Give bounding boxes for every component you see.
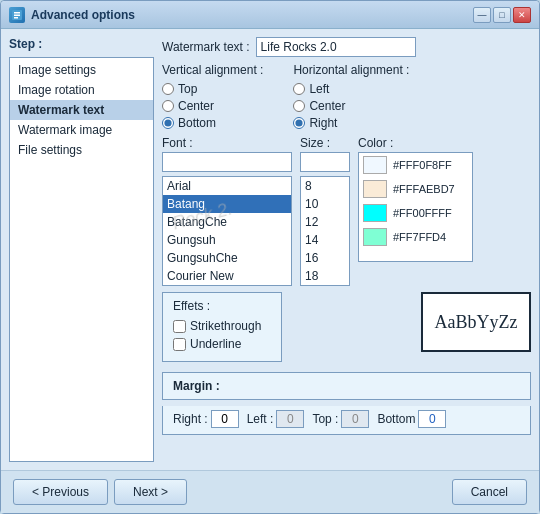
window: Advanced options — □ ✕ Step : Image sett… [0, 0, 540, 514]
sidebar-item-image-settings[interactable]: Image settings [10, 60, 153, 80]
next-button[interactable]: Next > [114, 479, 187, 505]
effects-label: Effets : [173, 299, 271, 313]
close-button[interactable]: ✕ [513, 7, 531, 23]
strikethrough-checkbox[interactable] [173, 320, 186, 333]
underline-checkbox[interactable] [173, 338, 186, 351]
strikethrough-checkbox-row[interactable]: Strikethrough [173, 319, 271, 333]
font-item-arial[interactable]: Arial [163, 177, 291, 195]
watermark-text-label: Watermark text : [162, 40, 250, 54]
radio-hcenter-input[interactable] [293, 100, 305, 112]
margin-right-label: Right : [173, 412, 208, 426]
radio-top-label: Top [178, 82, 197, 96]
font-item-gungsuhche[interactable]: GungsuhChe [163, 249, 291, 267]
radio-left-input[interactable] [293, 83, 305, 95]
main-panel: Watermark text : Vertical alignment : To… [162, 37, 531, 462]
font-item-daunpenh[interactable]: DaunPenh [163, 285, 291, 286]
size-label: Size : [300, 136, 350, 150]
radio-top-input[interactable] [162, 83, 174, 95]
underline-checkbox-row[interactable]: Underline [173, 337, 271, 351]
previous-button[interactable]: < Previous [13, 479, 108, 505]
svg-rect-1 [14, 12, 20, 14]
radio-left-label: Left [309, 82, 329, 96]
color-swatch-2 [363, 180, 387, 198]
watermark-text-row: Watermark text : [162, 37, 531, 57]
color-swatch-1 [363, 156, 387, 174]
radio-right[interactable]: Right [293, 116, 409, 130]
sidebar: Step : Image settings Image rotation Wat… [9, 37, 154, 462]
radio-left[interactable]: Left [293, 82, 409, 96]
size-item-12[interactable]: 12 [301, 213, 349, 231]
margin-right-input[interactable] [211, 410, 239, 428]
size-col: Size : 8 10 12 14 16 18 [300, 136, 350, 286]
margin-bottom-input[interactable] [418, 410, 446, 428]
margin-label: Margin : [173, 379, 220, 393]
color-text-4: #FF7FFD4 [393, 231, 446, 243]
maximize-button[interactable]: □ [493, 7, 511, 23]
radio-top[interactable]: Top [162, 82, 263, 96]
margin-top-label: Top : [312, 412, 338, 426]
color-swatch-3 [363, 204, 387, 222]
color-col: Color : #FFF0F8FF #FFFAEBD7 #FF00FFFF [358, 136, 531, 262]
color-list[interactable]: #FFF0F8FF #FFFAEBD7 #FF00FFFF #FF7F [358, 152, 473, 262]
window-icon [9, 7, 25, 23]
cancel-button[interactable]: Cancel [452, 479, 527, 505]
color-text-2: #FFFAEBD7 [393, 183, 455, 195]
minimize-button[interactable]: — [473, 7, 491, 23]
alignment-section: Vertical alignment : Top Center Bottom [162, 63, 531, 130]
size-list[interactable]: 8 10 12 14 16 18 [300, 176, 350, 286]
size-item-8[interactable]: 8 [301, 177, 349, 195]
margin-top-input[interactable] [341, 410, 369, 428]
vertical-alignment-label: Vertical alignment : [162, 63, 263, 77]
radio-bottom[interactable]: Bottom [162, 116, 263, 130]
sidebar-item-watermark-image[interactable]: Watermark image [10, 120, 153, 140]
font-item-batangche[interactable]: BatangChe [163, 213, 291, 231]
size-item-14[interactable]: 14 [301, 231, 349, 249]
radio-center[interactable]: Center [162, 99, 263, 113]
sidebar-item-image-rotation[interactable]: Image rotation [10, 80, 153, 100]
size-item-10[interactable]: 10 [301, 195, 349, 213]
margin-left-label: Left : [247, 412, 274, 426]
title-bar: Advanced options — □ ✕ [1, 1, 539, 29]
radio-bottom-input[interactable] [162, 117, 174, 129]
color-text-3: #FF00FFFF [393, 207, 452, 219]
step-label: Step : [9, 37, 154, 51]
margin-bottom-field: Bottom [377, 410, 446, 428]
size-input[interactable] [300, 152, 350, 172]
radio-center-input[interactable] [162, 100, 174, 112]
underline-label: Underline [190, 337, 241, 351]
font-list-wrapper: Arial Batang BatangChe Gungsuh GungsuhCh… [162, 176, 292, 286]
radio-center-label: Center [178, 99, 214, 113]
font-item-gungsuh[interactable]: Gungsuh [163, 231, 291, 249]
radio-hcenter[interactable]: Center [293, 99, 409, 113]
vertical-alignment-col: Vertical alignment : Top Center Bottom [162, 63, 263, 130]
footer: < Previous Next > Cancel [1, 470, 539, 513]
effects-preview-row: Effets : Strikethrough Underline AaBbYyZ… [162, 292, 531, 362]
preview-box: AaBbYyZz [421, 292, 531, 352]
watermark-text-input[interactable] [256, 37, 416, 57]
margin-left-field: Left : [247, 410, 305, 428]
margin-left-input[interactable] [276, 410, 304, 428]
radio-hcenter-label: Center [309, 99, 345, 113]
font-list[interactable]: Arial Batang BatangChe Gungsuh GungsuhCh… [162, 176, 292, 286]
margin-section-wrapper: Margin : Right : Left : Top : [162, 368, 531, 435]
font-item-batang[interactable]: Batang [163, 195, 291, 213]
radio-right-input[interactable] [293, 117, 305, 129]
effects-box: Effets : Strikethrough Underline [162, 292, 282, 362]
size-item-16[interactable]: 16 [301, 249, 349, 267]
window-controls: — □ ✕ [473, 7, 531, 23]
margin-bottom-label: Bottom [377, 412, 415, 426]
size-item-18[interactable]: 18 [301, 267, 349, 285]
window-title: Advanced options [31, 8, 473, 22]
font-input[interactable] [162, 152, 292, 172]
font-size-section: Font : Arial Batang BatangChe Gungsuh Gu… [162, 136, 531, 286]
color-item-4[interactable]: #FF7FFD4 [359, 225, 472, 249]
color-label: Color : [358, 136, 531, 150]
color-item-1[interactable]: #FFF0F8FF [359, 153, 472, 177]
font-item-courier-new[interactable]: Courier New [163, 267, 291, 285]
color-item-2[interactable]: #FFFAEBD7 [359, 177, 472, 201]
sidebar-item-watermark-text[interactable]: Watermark text [10, 100, 153, 120]
color-item-3[interactable]: #FF00FFFF [359, 201, 472, 225]
sidebar-item-file-settings[interactable]: File settings [10, 140, 153, 160]
radio-bottom-label: Bottom [178, 116, 216, 130]
color-text-1: #FFF0F8FF [393, 159, 452, 171]
